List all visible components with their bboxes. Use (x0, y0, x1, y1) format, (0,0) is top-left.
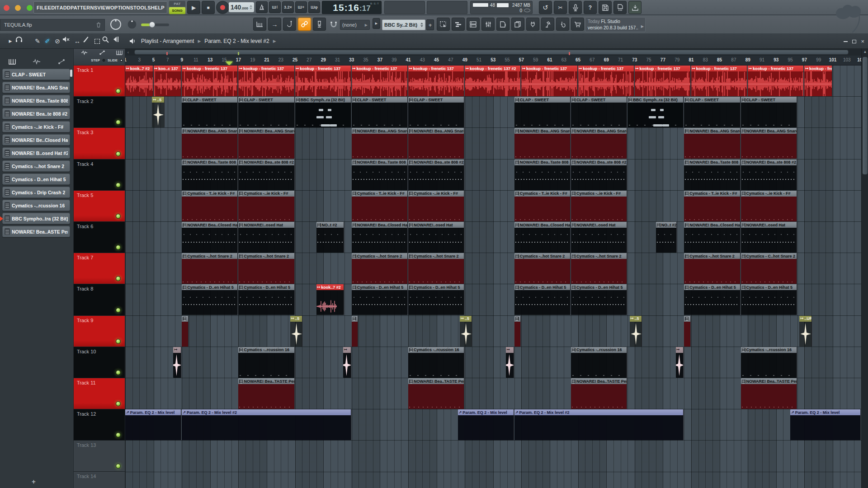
menu-item-options[interactable]: OPTIONS (110, 5, 133, 10)
vertical-scroll-thumb[interactable] (863, 57, 868, 174)
track-header[interactable]: Track 8 (74, 284, 125, 315)
draw-tool-button[interactable]: ✎ (33, 36, 42, 46)
clip[interactable]: ↦kook..7 #2 (125, 66, 153, 96)
clip[interactable]: Cymatics -..hot Snare 2 (514, 253, 571, 284)
wait-for-input-button[interactable]: Ш˧ (269, 1, 281, 13)
clip[interactable]: Cymatics -..hot Snare 2 (684, 253, 740, 284)
clip[interactable]: Cymatics -..rcussion 16 (238, 347, 294, 378)
playlist-track-row[interactable]: ↦..5CLAP - SWEETCLAP - SWEETBBC Symph..r… (125, 97, 861, 128)
clip[interactable]: CLAP - SWEET (182, 97, 238, 127)
slide-toggle[interactable] (119, 58, 123, 62)
clip[interactable]: Cymatics -..ie Kick - F# (408, 191, 464, 221)
add-item-button[interactable]: + (32, 478, 36, 485)
track-header[interactable]: Track 14 (74, 472, 125, 488)
playlist-track-row[interactable]: Cymatics - D..en Hihat 5Cymatics - D..en… (125, 284, 861, 315)
clip[interactable]: Cymatics -..rcussion 16 (571, 347, 627, 378)
clip[interactable]: ↦kookup - frenetic 137 (635, 66, 691, 96)
zoom-tool-button[interactable] (102, 36, 112, 46)
clip[interactable]: Cymatics - D..en Hihat 5 (408, 284, 464, 315)
track-led[interactable] (116, 432, 121, 437)
scroll-left-icon[interactable]: ‹ (127, 50, 129, 55)
picker-item[interactable]: Cymatics - D..en Hihat 5 (2, 174, 70, 185)
patterns-tab-icon[interactable] (9, 59, 16, 65)
clip[interactable]: NOWARE! Bea..ANG Snare (684, 128, 740, 159)
audio-tab-icon[interactable] (33, 59, 41, 65)
shuffle-slider[interactable] (141, 23, 169, 26)
track-led[interactable] (116, 308, 121, 313)
clip[interactable]: ↗Param. EQ 2 - Mix level (458, 409, 514, 440)
remote-control-button[interactable] (541, 18, 554, 31)
clip[interactable]: CLAP - SWEET (238, 97, 294, 127)
track-led[interactable] (116, 214, 121, 219)
playlist-track-row[interactable]: NOWARE! Bea..Closed HatNOWARE!..osed Hat… (125, 222, 861, 253)
clip[interactable]: NOWARE! Bea..TASTE Perc (408, 378, 464, 409)
clip[interactable]: NOWARE! Bea..Taste 808 (182, 160, 238, 190)
clip[interactable]: ↦..5 (460, 316, 472, 347)
menu-item-help[interactable]: HELP (151, 5, 165, 10)
track-header[interactable]: Track 9 (74, 316, 125, 347)
scroll-up-icon[interactable]: ▲ (862, 50, 868, 54)
track-header[interactable]: Track 6 (74, 222, 125, 253)
clip[interactable]: CLAP - SWEET (352, 97, 408, 127)
clip[interactable]: ↦..URS (799, 316, 811, 347)
clip[interactable]: NOWARE!..osed Hat (571, 222, 627, 253)
clip[interactable]: ↦kookup - frenetic 137 #2 (465, 66, 521, 96)
clip[interactable]: ↦kookup - frenetic 137 (521, 66, 577, 96)
track-header[interactable]: Track 2 (74, 97, 125, 128)
clip[interactable] (182, 316, 189, 347)
song-mode-button[interactable]: SONG (169, 7, 185, 14)
playlist-track-row[interactable]: ↦..5↦..5↦..5↦..URS (125, 316, 861, 347)
clip[interactable]: Cymatics - T..ie Kick - F# (684, 191, 740, 221)
track-led[interactable] (116, 183, 121, 188)
menu-item-view[interactable]: VIEW (97, 5, 110, 10)
clip[interactable]: ↦..5 (630, 316, 642, 347)
playlist-grid[interactable]: ↦kook..7 #2↦koo..c 137↦kookup - frenetic… (125, 66, 861, 488)
horizontal-scrollbar[interactable]: ‹ (125, 49, 861, 56)
track-header[interactable]: Track 3 (74, 128, 125, 159)
clip[interactable]: ↗Param. EQ 2 - Mix level #2 (182, 409, 351, 440)
help-button[interactable]: ? (584, 1, 597, 14)
playlist-track-row[interactable]: NOWARE! Bea..TASTE PercNOWARE! Bea..TAST… (125, 378, 861, 409)
clip[interactable] (352, 316, 359, 347)
play-button[interactable]: ▶ (187, 1, 200, 14)
mute-tool-button[interactable] (62, 36, 72, 46)
menu-item-add[interactable]: ADD (60, 5, 71, 10)
clip[interactable]: Cymatics -..hot Snare 2 (352, 253, 408, 284)
clip[interactable]: NOWARE! Bea..ANG Snare (741, 128, 797, 159)
clip[interactable]: ↦ (173, 347, 181, 378)
clip[interactable]: NOWARE! Bea..Closed Hat (352, 222, 408, 253)
menu-item-file[interactable]: FILE (37, 5, 48, 10)
track-led[interactable] (116, 245, 121, 250)
step-advance-button[interactable]: → (268, 18, 281, 31)
tempo-spinner[interactable] (250, 5, 252, 9)
clip[interactable]: Cymatics - T..ie Kick - F# (182, 191, 238, 221)
playlist-track-row[interactable]: Cymatics - T..ie Kick - F#Cymatics -..ie… (125, 191, 861, 222)
playlist-track-row[interactable]: Cymatics -..hot Snare 2Cymatics -..hot S… (125, 253, 861, 284)
clip[interactable]: ↦kookup - frenetic 137 (691, 66, 747, 96)
clip[interactable]: NOWARE! Bea..Taste 808 (352, 160, 408, 190)
project-picker-button[interactable] (511, 18, 524, 31)
clip[interactable]: NOWARE!..osed Hat (238, 222, 294, 253)
clip[interactable]: Cymatics -..hot Snare 2 (571, 253, 627, 284)
picker-item[interactable]: CLAP - SWEET (2, 69, 70, 80)
zoom-window-button[interactable] (27, 5, 33, 11)
record-button[interactable] (216, 1, 229, 14)
clip[interactable]: Cymatics - D..en Hihat 5 (182, 284, 238, 315)
clip[interactable]: ↦ (343, 347, 351, 378)
pattern-mode-button[interactable]: PAT (169, 1, 185, 7)
clip[interactable]: NOWARE! Bea..ste 808 #2 (408, 160, 464, 190)
breadcrumb-location[interactable]: Playlist - Arrangement (141, 38, 194, 44)
paint-tool-button[interactable]: ✐ (42, 36, 52, 46)
maximize-icon[interactable] (852, 40, 856, 43)
clip[interactable]: ↦kookup - frenetic 137 #2 (804, 66, 832, 96)
vertical-scrollbar[interactable]: ▲ (861, 49, 868, 488)
clip[interactable]: ↦kookup - frenetic 137 (578, 66, 634, 96)
clip[interactable]: Cymatics -..rcussion 16 (408, 347, 464, 378)
clip[interactable]: ↗Param. EQ 2 - Mix level (125, 409, 181, 440)
track-led[interactable] (116, 464, 121, 469)
clip[interactable]: Cymatics -..ie Kick - F# (238, 191, 294, 221)
slice-tool-button[interactable] (82, 36, 92, 46)
clip[interactable]: Cymatics - D..en Hihat 5 (514, 284, 571, 315)
track-led[interactable] (116, 120, 121, 125)
clip[interactable]: CLAP - SWEET (408, 97, 464, 127)
